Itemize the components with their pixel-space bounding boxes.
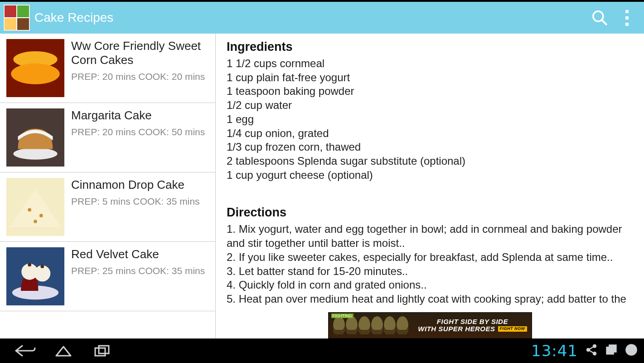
direction-line: 3. Let batter stand for 15-20 minutes.. — [227, 265, 633, 279]
recipe-meta: PREP: 20 mins COOK: 20 mins — [71, 71, 209, 83]
action-bar: Cake Recipes — [0, 2, 644, 34]
back-icon — [14, 344, 36, 358]
multiwindow-icon[interactable] — [605, 343, 618, 358]
direction-line: 1. Mix yogurt, water and egg together in… — [227, 222, 633, 250]
directions-heading: Directions — [227, 206, 633, 220]
back-button[interactable] — [14, 343, 36, 359]
ad-line: WITH SUPER HEROES — [418, 325, 495, 333]
svg-point-4 — [11, 64, 60, 84]
svg-point-6 — [13, 148, 57, 160]
svg-line-1 — [602, 20, 607, 25]
svg-line-23 — [589, 350, 593, 353]
ad-cta[interactable]: FIGHT NOW — [498, 326, 527, 332]
clock: 13:41 — [531, 342, 578, 360]
recipe-name: Red Velvet Cake — [71, 247, 209, 261]
direction-line: 4. Quickly fold in corn and grated onion… — [227, 278, 633, 292]
svg-point-10 — [34, 220, 37, 223]
svg-point-8 — [28, 208, 31, 212]
recipe-detail[interactable]: Ingredients 1 1/2 cups cornmeal 1 cup pl… — [216, 34, 644, 338]
ingredient-line: 1/3 cup frozen corn, thawed — [227, 140, 633, 154]
recipe-thumbnail — [6, 39, 64, 97]
recipe-meta: PREP: 25 mins COOK: 35 mins — [71, 265, 209, 277]
app-icon[interactable] — [4, 5, 30, 31]
recipe-list[interactable]: Ww Core Friendly Sweet Corn Cakes PREP: … — [0, 34, 216, 338]
overflow-icon — [625, 10, 629, 26]
ingredients-heading: Ingredients — [227, 40, 633, 54]
ad-tag: FIGHTING — [331, 314, 353, 318]
svg-point-15 — [28, 263, 31, 267]
close-icon[interactable] — [625, 343, 638, 358]
ad-line: FIGHT SIDE BY SIDE — [418, 318, 527, 326]
svg-point-0 — [593, 11, 603, 21]
recipe-name: Ww Core Friendly Sweet Corn Cakes — [71, 39, 209, 67]
recipe-meta: PREP: 5 mins COOK: 35 mins — [71, 196, 209, 207]
overflow-menu-button[interactable] — [613, 4, 640, 31]
recipe-name: Cinnamon Drop Cake — [71, 178, 209, 192]
list-item[interactable]: Margarita Cake PREP: 20 mins COOK: 50 mi… — [0, 103, 215, 172]
ingredient-line: 1/2 cup water — [227, 98, 633, 113]
ingredient-line: 1 egg — [227, 113, 633, 127]
content-area: Ww Core Friendly Sweet Corn Cakes PREP: … — [0, 34, 644, 338]
ingredient-line: 1 cup yogurt cheese (optional) — [227, 168, 633, 182]
recipe-thumbnail — [6, 108, 64, 167]
search-button[interactable] — [586, 4, 613, 31]
svg-point-16 — [41, 265, 44, 268]
svg-rect-18 — [99, 346, 109, 353]
home-button[interactable] — [52, 343, 75, 359]
ingredient-line: 1 teaspoon baking powder — [227, 84, 633, 98]
direction-line: 2. If you like sweeter cakes, especially… — [227, 250, 633, 265]
ingredient-line: 1/4 cup onion, grated — [227, 127, 633, 141]
ad-text: FIGHT SIDE BY SIDE WITH SUPER HEROES FIG… — [418, 318, 527, 333]
ad-graphic — [333, 316, 408, 334]
ingredient-line: 1 1/2 cups cornmeal — [227, 57, 633, 71]
list-item[interactable]: Cinnamon Drop Cake PREP: 5 mins COOK: 35… — [0, 172, 215, 242]
ingredient-line: 2 tablespoons Splenda sugar substitute (… — [227, 154, 633, 168]
recipe-thumbnail — [6, 178, 64, 236]
recipe-meta: PREP: 20 mins COOK: 50 mins — [71, 126, 209, 138]
svg-line-22 — [589, 347, 593, 349]
ingredient-line: 1 cup plain fat-free yogurt — [227, 71, 633, 85]
ad-banner[interactable]: FIGHTING FIGHT SIDE BY SIDE WITH SUPER H… — [328, 312, 532, 338]
list-item[interactable]: Ww Core Friendly Sweet Corn Cakes PREP: … — [0, 34, 215, 103]
recent-apps-button[interactable] — [91, 343, 113, 359]
direction-line: 5. Heat pan over medium heat and lightly… — [227, 292, 633, 306]
recipe-name: Margarita Cake — [71, 108, 209, 123]
list-item[interactable]: Red Velvet Cake PREP: 25 mins COOK: 35 m… — [0, 242, 215, 311]
svg-point-9 — [39, 214, 43, 217]
search-icon — [591, 9, 608, 26]
recipe-thumbnail — [6, 247, 64, 305]
svg-rect-17 — [95, 348, 105, 356]
recent-apps-icon — [93, 344, 111, 358]
app-title: Cake Recipes — [34, 10, 586, 25]
home-icon — [54, 344, 73, 358]
navigation-bar: 13:41 — [0, 338, 644, 363]
share-icon[interactable] — [585, 343, 598, 358]
